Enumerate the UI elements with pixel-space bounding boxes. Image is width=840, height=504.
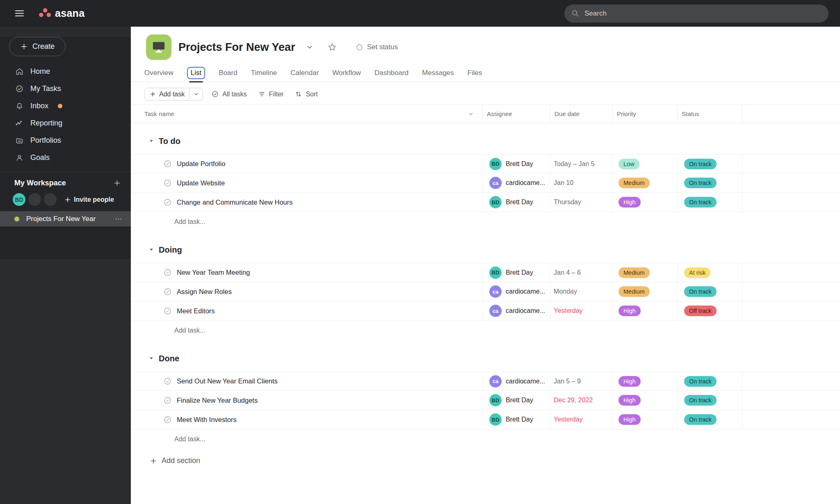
assignee-cell[interactable]: BDBrett Day [483, 155, 550, 173]
sidebar-item-my-tasks[interactable]: My Tasks [0, 80, 131, 97]
due-date-cell[interactable]: Yesterday [550, 301, 613, 320]
add-task-menu-button[interactable] [189, 88, 203, 100]
status-cell[interactable]: On track [678, 410, 742, 429]
task-row[interactable]: Send Out New Year Email Clientscacardioc… [131, 372, 840, 391]
search-bar[interactable] [564, 5, 829, 23]
status-badge[interactable]: On track [684, 159, 717, 169]
priority-badge[interactable]: Low [619, 159, 639, 169]
priority-cell[interactable]: Low [613, 155, 678, 173]
status-badge[interactable]: On track [684, 197, 717, 208]
due-date-cell[interactable]: Jan 5 – 9 [550, 372, 613, 390]
task-row[interactable]: Change and Communicate New HoursBDBrett … [131, 193, 840, 212]
project-more-button[interactable] [114, 215, 123, 223]
due-date-cell[interactable]: Today – Jan 5 [550, 155, 613, 173]
column-header-due-date[interactable]: Due date [550, 105, 613, 123]
tab-files[interactable]: Files [468, 68, 482, 78]
due-date-cell[interactable]: Thursday [550, 193, 613, 212]
tab-messages[interactable]: Messages [422, 68, 454, 78]
tab-list[interactable]: List [187, 67, 205, 79]
assignee-cell[interactable]: BDBrett Day [483, 193, 550, 212]
due-date-cell[interactable]: Jan 4 – 6 [550, 263, 613, 282]
task-name-cell[interactable]: Meet Editors [131, 301, 483, 320]
task-name-cell[interactable]: Update Portfolio [131, 155, 483, 173]
due-date-cell[interactable]: Yesterday [550, 410, 613, 429]
task-row[interactable]: Meet Editorscacardiocame...YesterdayHigh… [131, 301, 840, 321]
sidebar-item-reporting[interactable]: Reporting [0, 114, 131, 132]
priority-badge[interactable]: Medium [619, 178, 650, 188]
priority-badge[interactable]: High [619, 376, 641, 387]
sidebar-item-goals[interactable]: Goals [0, 149, 131, 166]
add-task-inline-button[interactable]: Add task... [131, 212, 840, 232]
favorite-button[interactable] [327, 42, 337, 52]
task-row[interactable]: New Year Team MeetingBDBrett DayJan 4 – … [131, 263, 840, 282]
task-row[interactable]: Finalize New Year BudgetsBDBrett DayDec … [131, 391, 840, 410]
tab-board[interactable]: Board [219, 68, 237, 78]
assignee-cell[interactable]: BDBrett Day [483, 391, 550, 410]
priority-badge[interactable]: High [619, 414, 641, 425]
sort-button[interactable]: Sort [294, 90, 317, 98]
add-task-inline-button[interactable]: Add task... [131, 429, 840, 449]
status-cell[interactable]: On track [678, 372, 742, 390]
priority-cell[interactable]: High [613, 193, 678, 212]
invite-people-button[interactable]: Invite people [64, 196, 114, 203]
task-row[interactable]: Update Websitecacardiocame...Jan 10Mediu… [131, 173, 840, 193]
section-toggle[interactable]: To do [131, 133, 840, 149]
filter-button[interactable]: Filter [258, 90, 284, 98]
tab-overview[interactable]: Overview [144, 68, 173, 78]
priority-badge[interactable]: Medium [619, 286, 650, 297]
task-row[interactable]: Update PortfolioBDBrett DayToday – Jan 5… [131, 154, 840, 173]
set-status-button[interactable]: Set status [356, 43, 398, 51]
all-tasks-filter-button[interactable]: All tasks [211, 90, 247, 98]
assignee-cell[interactable]: BDBrett Day [483, 410, 550, 429]
status-badge[interactable]: On track [684, 178, 717, 188]
status-badge[interactable]: Off track [684, 306, 717, 316]
priority-cell[interactable]: Medium [613, 282, 678, 301]
priority-badge[interactable]: High [619, 395, 641, 406]
priority-cell[interactable]: High [613, 391, 678, 410]
status-cell[interactable]: On track [678, 155, 742, 173]
status-badge[interactable]: On track [684, 414, 717, 425]
task-name-cell[interactable]: Meet With Investors [131, 410, 483, 429]
column-header-status[interactable]: Status [678, 105, 742, 123]
status-cell[interactable]: Off track [678, 301, 742, 320]
search-input[interactable] [584, 9, 822, 18]
tab-timeline[interactable]: Timeline [251, 68, 277, 78]
priority-cell[interactable]: Medium [613, 173, 678, 192]
status-cell[interactable]: On track [678, 173, 742, 192]
column-header-task-name[interactable]: Task name [131, 105, 483, 123]
assignee-cell[interactable]: cacardiocame... [483, 301, 550, 320]
priority-cell[interactable]: High [613, 410, 678, 429]
due-date-cell[interactable]: Monday [550, 282, 613, 301]
add-task-button[interactable]: Add task [145, 88, 189, 100]
priority-cell[interactable]: High [613, 372, 678, 390]
due-date-cell[interactable]: Jan 10 [550, 173, 613, 192]
project-menu-button[interactable] [306, 43, 314, 51]
task-name-cell[interactable]: Update Website [131, 173, 483, 192]
asana-logo[interactable]: asana [39, 7, 84, 19]
status-cell[interactable]: On track [678, 282, 742, 301]
assignee-cell[interactable]: BDBrett Day [483, 263, 550, 282]
status-badge[interactable]: On track [684, 376, 717, 387]
sidebar-item-project[interactable]: Projects For New Year [0, 211, 131, 226]
priority-badge[interactable]: Medium [619, 267, 650, 278]
add-project-button[interactable] [113, 179, 121, 187]
task-name-cell[interactable]: New Year Team Meeting [131, 263, 483, 282]
member-avatar[interactable]: BD [13, 193, 25, 206]
assignee-cell[interactable]: cacardiocame... [483, 173, 550, 192]
status-cell[interactable]: On track [678, 391, 742, 410]
status-badge[interactable]: On track [684, 286, 717, 297]
tab-workflow[interactable]: Workflow [332, 68, 361, 78]
task-row[interactable]: Meet With InvestorsBDBrett DayYesterdayH… [131, 410, 840, 429]
task-name-cell[interactable]: Send Out New Year Email Clients [131, 372, 483, 390]
add-section-button[interactable]: Add section [150, 456, 840, 465]
sidebar-item-portfolios[interactable]: Portfolios [0, 132, 131, 149]
sidebar-toggle-button[interactable] [12, 7, 26, 21]
priority-cell[interactable]: High [613, 301, 678, 320]
sidebar-item-inbox[interactable]: Inbox [0, 97, 131, 114]
status-badge[interactable]: On track [684, 395, 717, 406]
column-header-assignee[interactable]: Assignee [483, 105, 550, 123]
section-toggle[interactable]: Done [131, 351, 840, 366]
column-header-priority[interactable]: Priority [613, 105, 678, 123]
due-date-cell[interactable]: Dec 29, 2022 [550, 391, 613, 410]
task-name-sort-button[interactable] [468, 111, 474, 117]
